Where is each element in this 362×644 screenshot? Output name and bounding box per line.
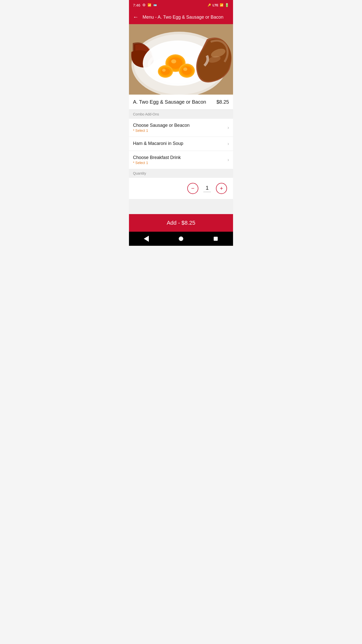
quantity-control: − 1 + bbox=[129, 178, 233, 199]
food-image-svg bbox=[129, 24, 233, 95]
add-to-cart-button[interactable]: Add - $8.25 bbox=[129, 214, 233, 232]
lte-label: LTE bbox=[212, 3, 218, 7]
item-name: A. Two Egg & Sausage or Bacon bbox=[133, 99, 206, 105]
app-header: ← Menu - A. Two Egg & Sausage or Bacon bbox=[129, 10, 233, 24]
svg-point-14 bbox=[161, 68, 170, 75]
svg-point-15 bbox=[162, 69, 166, 72]
nav-back-button[interactable] bbox=[141, 234, 151, 244]
back-nav-icon bbox=[144, 236, 149, 242]
status-bar: 7:46 ⚙ 📶 🪪 🔑 LTE 📶 🔋 bbox=[129, 0, 233, 10]
bottom-nav bbox=[129, 232, 233, 246]
option-breakfast-drink-subtitle: * Select 1 bbox=[133, 161, 228, 165]
settings-icon: ⚙ bbox=[142, 3, 146, 7]
option-sausage-beacon-title: Choose Sausage or Beacon bbox=[133, 123, 228, 128]
status-right: 🔑 LTE 📶 🔋 bbox=[208, 3, 229, 7]
header-title: Menu - A. Two Egg & Sausage or Bacon bbox=[143, 15, 223, 20]
decrement-button[interactable]: − bbox=[187, 183, 198, 194]
chevron-right-icon: › bbox=[228, 125, 229, 130]
status-left: 7:46 ⚙ 📶 🪪 bbox=[133, 3, 157, 7]
food-image bbox=[129, 24, 233, 95]
wifi-icon: 📶 bbox=[148, 3, 151, 7]
sim-icon: 🪪 bbox=[153, 4, 157, 7]
option-breakfast-drink[interactable]: Choose Breakfast Drink * Select 1 › bbox=[129, 151, 233, 169]
svg-point-7 bbox=[171, 59, 176, 63]
status-time: 7:46 bbox=[133, 3, 140, 7]
key-icon: 🔑 bbox=[208, 4, 211, 7]
svg-point-10 bbox=[182, 66, 192, 75]
spacer bbox=[129, 199, 233, 214]
increment-button[interactable]: + bbox=[216, 183, 227, 194]
option-ham-macaroni[interactable]: Ham & Macaroni in Soup › bbox=[129, 137, 233, 151]
item-price: $8.25 bbox=[216, 99, 229, 105]
option-breakfast-drink-title: Choose Breakfast Drink bbox=[133, 155, 228, 160]
back-button[interactable]: ← bbox=[133, 14, 139, 20]
chevron-right-icon-3: › bbox=[228, 157, 229, 163]
quantity-value: 1 bbox=[203, 185, 211, 192]
combo-addons-header: Combo Add-Ons bbox=[129, 110, 233, 119]
option-ham-macaroni-content: Ham & Macaroni in Soup bbox=[133, 141, 228, 147]
recents-nav-icon bbox=[214, 237, 218, 241]
chevron-right-icon-2: › bbox=[228, 141, 229, 146]
battery-icon: 🔋 bbox=[225, 3, 229, 7]
nav-recents-button[interactable] bbox=[211, 234, 221, 244]
quantity-section-header: Quantity bbox=[129, 169, 233, 178]
item-info: A. Two Egg & Sausage or Bacon $8.25 bbox=[129, 95, 233, 110]
svg-point-11 bbox=[183, 67, 187, 71]
option-ham-macaroni-title: Ham & Macaroni in Soup bbox=[133, 141, 228, 146]
option-sausage-beacon[interactable]: Choose Sausage or Beacon * Select 1 › bbox=[129, 119, 233, 137]
options-list: Choose Sausage or Beacon * Select 1 › Ha… bbox=[129, 119, 233, 169]
option-sausage-beacon-content: Choose Sausage or Beacon * Select 1 bbox=[133, 123, 228, 133]
option-sausage-beacon-subtitle: * Select 1 bbox=[133, 129, 228, 133]
nav-home-button[interactable] bbox=[176, 234, 186, 244]
signal-icon: 📶 bbox=[220, 3, 223, 7]
option-breakfast-drink-content: Choose Breakfast Drink * Select 1 bbox=[133, 155, 228, 165]
home-nav-icon bbox=[179, 236, 183, 241]
